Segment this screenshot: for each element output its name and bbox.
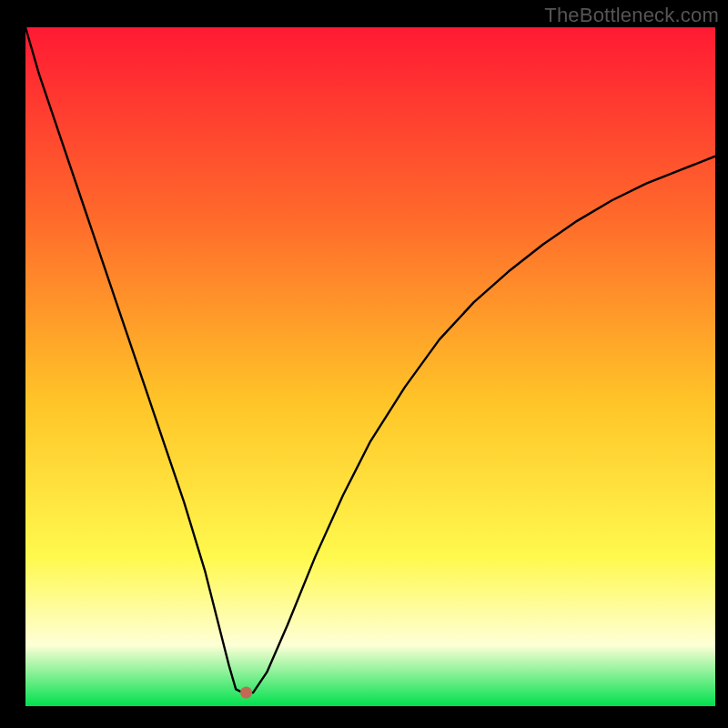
- watermark-text: TheBottleneck.com: [544, 4, 719, 27]
- chart-svg: [25, 27, 715, 706]
- gradient-background: [25, 27, 715, 706]
- plot-area: [25, 27, 715, 706]
- chart-frame: TheBottleneck.com: [0, 0, 728, 728]
- minimum-marker: [240, 687, 252, 699]
